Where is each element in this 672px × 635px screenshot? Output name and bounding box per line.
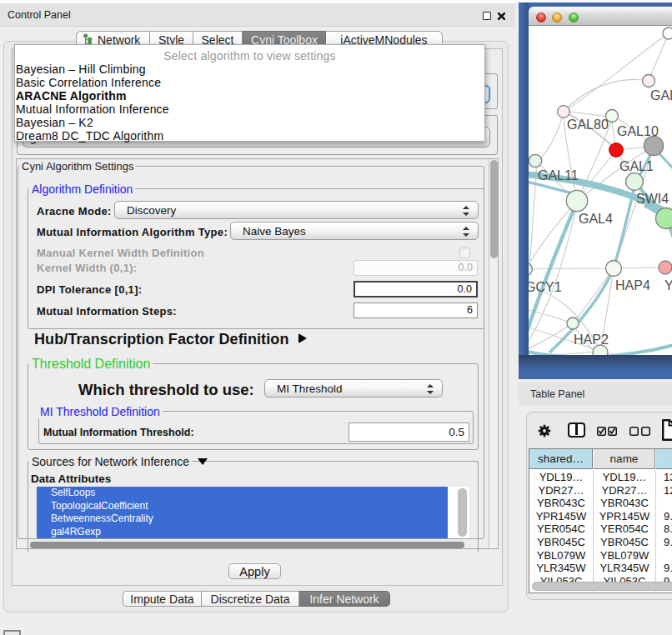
svg-text:HAP4: HAP4 bbox=[615, 278, 650, 292]
svg-text:GAL4: GAL4 bbox=[579, 212, 613, 226]
svg-text:GAL10: GAL10 bbox=[617, 124, 659, 138]
svg-text:GAL11: GAL11 bbox=[538, 168, 579, 182]
svg-text:GAL: GAL bbox=[650, 88, 672, 102]
svg-text:HAP2: HAP2 bbox=[574, 332, 609, 347]
svg-text:Y: Y bbox=[664, 278, 672, 292]
svg-text:GAL1: GAL1 bbox=[619, 159, 654, 173]
svg-text:SWI4: SWI4 bbox=[636, 192, 669, 206]
svg-text:GCY1: GCY1 bbox=[529, 280, 562, 294]
svg-text:GAL80: GAL80 bbox=[567, 118, 609, 132]
